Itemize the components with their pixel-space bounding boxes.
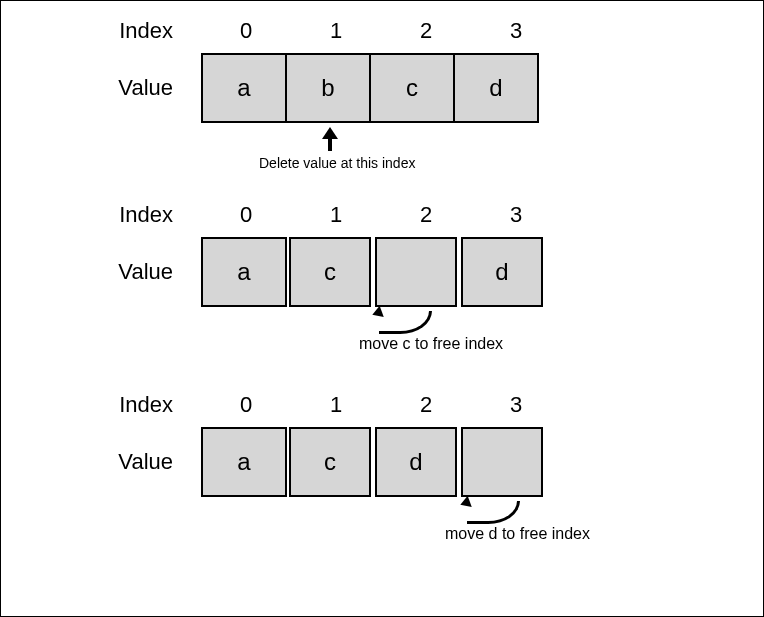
index-cell: 0	[201, 392, 291, 418]
index-label: Index	[1, 392, 201, 418]
value-row: a b c d	[201, 53, 539, 123]
array-stage-3: Index 0 1 2 3 Value a c d move d to free…	[1, 391, 763, 497]
index-row: 0 1 2 3	[201, 18, 561, 44]
index-cell: 3	[471, 202, 561, 228]
index-label: Index	[1, 18, 201, 44]
index-cell: 2	[381, 202, 471, 228]
stage-caption: Delete value at this index	[259, 155, 415, 171]
array-cell: d	[453, 53, 539, 123]
array-cell: b	[285, 53, 371, 123]
array-cell	[459, 427, 545, 497]
index-cell: 3	[471, 18, 561, 44]
value-label: Value	[1, 449, 201, 475]
array-cell: d	[459, 237, 545, 307]
index-row: 0 1 2 3	[201, 202, 561, 228]
array-stage-2: Index 0 1 2 3 Value a c d move c to free…	[1, 201, 763, 307]
arrow-curve-icon	[379, 311, 432, 334]
stage-caption: move c to free index	[359, 335, 503, 353]
index-cell: 2	[381, 18, 471, 44]
index-cell: 1	[291, 18, 381, 44]
array-stage-1: Index 0 1 2 3 Value a b c d Delete value…	[1, 17, 763, 123]
index-label: Index	[1, 202, 201, 228]
value-label: Value	[1, 75, 201, 101]
stage-caption: move d to free index	[445, 525, 590, 543]
array-cell: c	[287, 237, 373, 307]
arrow-curve-icon	[467, 501, 520, 524]
index-row: 0 1 2 3	[201, 392, 561, 418]
index-cell: 1	[291, 392, 381, 418]
value-row: a c d	[201, 237, 545, 307]
array-cell: c	[369, 53, 455, 123]
array-cell: c	[287, 427, 373, 497]
index-cell: 1	[291, 202, 381, 228]
array-cell: a	[201, 427, 287, 497]
index-cell: 0	[201, 18, 291, 44]
value-row: a c d	[201, 427, 545, 497]
index-cell: 0	[201, 202, 291, 228]
array-cell: a	[201, 237, 287, 307]
array-cell: d	[373, 427, 459, 497]
array-cell	[373, 237, 459, 307]
arrow-up-icon	[323, 129, 337, 151]
index-cell: 3	[471, 392, 561, 418]
value-label: Value	[1, 259, 201, 285]
array-cell: a	[201, 53, 287, 123]
index-cell: 2	[381, 392, 471, 418]
